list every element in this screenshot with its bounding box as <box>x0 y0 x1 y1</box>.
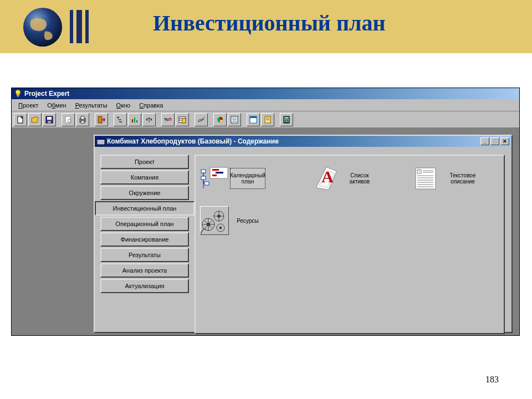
svg-rect-38 <box>288 121 289 122</box>
page-number: 183 <box>485 375 499 385</box>
tab-analysis[interactable]: Анализ проекта <box>100 263 189 278</box>
tbtn-gantt[interactable] <box>114 113 127 126</box>
tab-financing[interactable]: Финансирование <box>100 232 189 247</box>
maximize-button[interactable]: □ <box>490 137 499 145</box>
svg-rect-27 <box>250 116 257 118</box>
child-window: Комбинат Хлебопродуктов (Базовый) - Соде… <box>94 135 513 333</box>
item-calendar-plan[interactable]: Календарный план <box>200 161 278 196</box>
item-asset-list[interactable]: A Список активов <box>312 161 390 196</box>
menu-window[interactable]: Окно <box>112 101 135 110</box>
svg-rect-10 <box>98 116 102 123</box>
asset-list-icon: A <box>312 164 341 193</box>
svg-rect-33 <box>284 119 285 120</box>
calendar-plan-icon <box>200 164 229 193</box>
tbtn-window[interactable] <box>247 113 260 126</box>
app-window: 💡 Project Expert Пdocument.currentScript… <box>11 88 520 336</box>
tab-actualization[interactable]: Актуализация <box>100 279 189 293</box>
svg-rect-48 <box>204 182 209 185</box>
tbtn-open[interactable] <box>28 113 42 126</box>
tbtn-preview[interactable] <box>62 113 75 126</box>
svg-rect-46 <box>201 170 206 173</box>
svg-text:A: A <box>321 168 334 186</box>
tbtn-scales[interactable] <box>142 113 156 126</box>
tab-project[interactable]: Проект <box>100 155 189 169</box>
svg-rect-34 <box>286 119 287 120</box>
tbtn-chart[interactable] <box>195 113 208 126</box>
tbtn-notes[interactable] <box>261 113 274 126</box>
header-blue-bars <box>70 10 89 43</box>
svg-rect-9 <box>81 121 84 123</box>
app-titlebar: 💡 Project Expert <box>12 88 519 99</box>
tbtn-exit[interactable] <box>95 113 108 126</box>
tbtn-percent[interactable]: %П <box>161 113 175 126</box>
svg-rect-32 <box>284 117 289 119</box>
svg-rect-4 <box>48 121 51 123</box>
tbtn-print[interactable] <box>76 113 89 126</box>
svg-rect-14 <box>132 119 133 122</box>
tab-operational-plan[interactable]: Операционный план <box>100 217 189 231</box>
child-titlebar: Комбинат Хлебопродуктов (Базовый) - Соде… <box>95 136 511 147</box>
resources-label: Ресурсы <box>230 210 265 231</box>
menu-results[interactable]: Результаты <box>71 101 112 110</box>
svg-rect-37 <box>286 121 287 122</box>
tab-company[interactable]: Компания <box>100 170 189 185</box>
svg-text:?: ? <box>418 170 421 173</box>
svg-rect-16 <box>136 120 137 122</box>
bulb-icon: 💡 <box>14 90 22 98</box>
menu-help[interactable]: Справка <box>135 101 167 110</box>
toolbar: %П <box>12 111 519 128</box>
mdi-workspace: Комбинат Хлебопродуктов (Базовый) - Соде… <box>12 128 519 335</box>
svg-rect-3 <box>47 117 52 120</box>
svg-rect-43 <box>216 172 223 173</box>
tbtn-bars[interactable] <box>128 113 141 126</box>
window-icon <box>97 138 105 145</box>
app-title: Project Expert <box>24 90 69 98</box>
svg-rect-47 <box>201 176 206 180</box>
close-button[interactable]: ✕ <box>500 137 509 145</box>
svg-rect-35 <box>288 119 289 120</box>
tab-results[interactable]: Результаты <box>100 248 189 262</box>
svg-rect-13 <box>119 121 122 122</box>
section-tabs: Проект Компания Окружение Инвестиционный… <box>100 155 189 294</box>
child-title-text: Комбинат Хлебопродуктов (Базовый) - Соде… <box>107 137 279 145</box>
svg-rect-8 <box>81 116 84 119</box>
text-description-label: Текстовое описание <box>442 168 484 189</box>
resources-icon <box>200 206 229 235</box>
child-body: Проект Компания Окружение Инвестиционный… <box>95 147 511 332</box>
tbtn-calc[interactable] <box>280 113 293 126</box>
tab-investment-plan[interactable]: Инвестиционный план <box>95 201 195 216</box>
svg-rect-11 <box>117 117 119 118</box>
svg-rect-20 <box>182 119 186 123</box>
item-text-description[interactable]: ? Текстовое описание <box>412 161 495 196</box>
svg-rect-36 <box>284 121 285 122</box>
content-panel: Календарный план A Список активов <box>195 155 505 334</box>
tab-environment[interactable]: Окружение <box>100 186 189 200</box>
svg-rect-12 <box>118 119 121 120</box>
tbtn-pie[interactable] <box>213 113 227 126</box>
menu-project[interactable]: Пdocument.currentScript.previousElementS… <box>14 101 43 110</box>
globe-icon <box>21 6 64 49</box>
asset-list-label: Список активов <box>342 168 377 189</box>
tbtn-save[interactable] <box>43 113 56 126</box>
slide-title: Инвестиционный план <box>153 10 385 36</box>
menubar: Пdocument.currentScript.previousElementS… <box>12 99 519 111</box>
minimize-button[interactable]: _ <box>480 137 489 145</box>
svg-rect-40 <box>97 138 105 140</box>
svg-rect-15 <box>134 117 135 122</box>
tbtn-list[interactable] <box>228 113 241 126</box>
item-resources[interactable]: Ресурсы <box>200 203 278 238</box>
svg-point-78 <box>219 227 222 229</box>
text-description-icon: ? <box>412 164 441 193</box>
menu-exchange[interactable]: Обмен <box>43 101 70 110</box>
tbtn-table[interactable] <box>176 113 189 126</box>
tbtn-new[interactable] <box>14 113 27 126</box>
calendar-plan-label: Календарный план <box>230 168 265 189</box>
svg-rect-44 <box>212 175 217 176</box>
svg-rect-42 <box>212 169 219 171</box>
